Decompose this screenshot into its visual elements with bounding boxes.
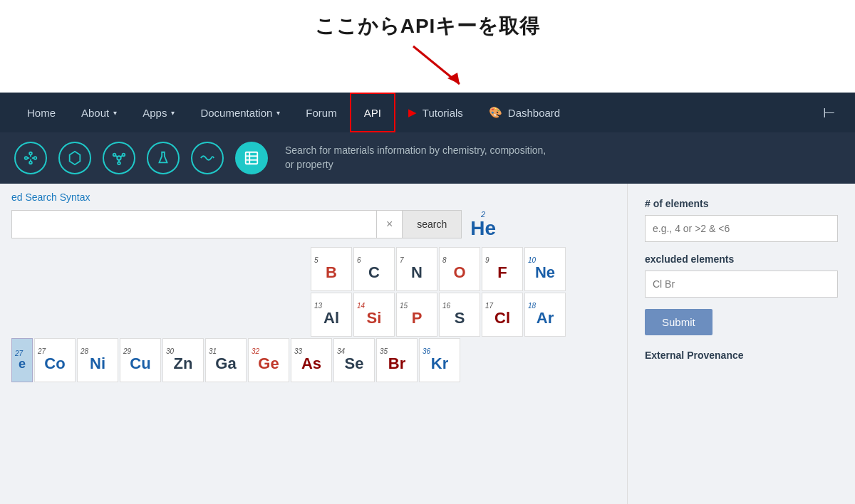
search-input[interactable]	[11, 210, 376, 238]
svg-point-13	[123, 154, 125, 157]
search-syntax-link[interactable]: ed Search Syntax	[11, 191, 90, 203]
element-Kr[interactable]: 36 Kr	[419, 338, 460, 382]
element-Zn[interactable]: 30 Zn	[162, 338, 204, 382]
svg-point-5	[29, 162, 32, 164]
nav-home[interactable]: Home	[14, 93, 68, 132]
nav-tutorials[interactable]: ▶ Tutorials	[395, 93, 476, 132]
element-S[interactable]: 16 S	[439, 293, 480, 337]
navbar: Home About ▾ Apps ▾ Documentation ▾ Foru…	[0, 93, 855, 132]
element-O[interactable]: 8 O	[439, 247, 480, 291]
elements-label: # of elements	[645, 198, 838, 209]
element-Ne[interactable]: 10 Ne	[524, 247, 566, 291]
element-As[interactable]: 33 As	[291, 338, 332, 382]
flask-icon	[155, 150, 171, 166]
element-Al[interactable]: 13 Al	[311, 293, 352, 337]
periodic-table: 5 B 6 C 7 N 8 O	[11, 247, 616, 382]
svg-marker-10	[70, 152, 81, 164]
pt-row-1: 5 B 6 C 7 N 8 O	[11, 247, 616, 291]
svg-point-4	[34, 157, 37, 159]
excluded-label: excluded elements	[645, 253, 838, 265]
clear-button[interactable]: ×	[376, 210, 402, 238]
icon-btn-hexagon[interactable]	[58, 142, 91, 174]
element-Se[interactable]: 34 Se	[333, 338, 375, 382]
icon-btn-graph[interactable]	[14, 142, 47, 174]
docs-dropdown-icon: ▾	[276, 109, 280, 117]
element-Cl[interactable]: 17 Cl	[482, 293, 523, 337]
apps-dropdown-icon: ▾	[171, 109, 175, 117]
nav-apps[interactable]: Apps ▾	[130, 93, 187, 132]
search-description: Search for materials information by chem…	[285, 144, 546, 172]
annotation-area: ここからAPIキーを取得	[0, 0, 855, 93]
submit-button[interactable]: Submit	[645, 309, 712, 335]
graph-icon	[23, 150, 38, 166]
element-N[interactable]: 7 N	[396, 247, 437, 291]
icon-btn-molecule[interactable]	[103, 142, 135, 174]
pt-row-2: 13 Al 14 Si 15 P 16 S	[11, 293, 616, 337]
annotation-arrow-icon	[406, 43, 477, 93]
nav-dashboard[interactable]: 🎨 Dashboard	[476, 93, 573, 132]
svg-rect-18	[246, 152, 258, 164]
search-input-row: × search 2 He	[11, 210, 496, 238]
pt-row-3: 27 e 27 Co 28 Ni 29 Cu	[11, 338, 616, 382]
about-dropdown-icon: ▾	[113, 109, 117, 117]
svg-line-16	[120, 156, 123, 157]
element-Br[interactable]: 35 Br	[376, 338, 418, 382]
element-Cu[interactable]: 29 Cu	[120, 338, 161, 382]
nav-documentation[interactable]: Documentation ▾	[187, 93, 293, 132]
dashboard-icon: 🎨	[489, 106, 502, 119]
video-icon: ▶	[408, 106, 417, 119]
icon-btn-wave[interactable]	[191, 142, 224, 174]
right-panel: # of elements excluded elements Submit E…	[627, 184, 855, 504]
table-icon	[244, 150, 259, 166]
excluded-input[interactable]	[645, 271, 838, 298]
svg-point-14	[118, 162, 120, 165]
element-Ge[interactable]: 32 Ge	[248, 338, 289, 382]
hexagon-icon	[67, 150, 83, 166]
molecule-icon	[111, 150, 127, 166]
nav-about[interactable]: About ▾	[68, 93, 130, 132]
element-Ar[interactable]: 18 Ar	[524, 293, 566, 337]
svg-point-2	[25, 157, 28, 159]
elements-input[interactable]	[645, 215, 838, 242]
periodic-area: ed Search Syntax × search 2 He	[0, 184, 627, 504]
element-Ga[interactable]: 31 Ga	[205, 338, 247, 382]
element-Co[interactable]: 27 Co	[34, 338, 76, 382]
element-Ni[interactable]: 28 Ni	[77, 338, 118, 382]
logout-button[interactable]: ⊢	[817, 104, 841, 121]
element-B[interactable]: 5 B	[311, 247, 352, 291]
icon-btn-flask[interactable]	[147, 142, 180, 174]
wave-icon	[200, 150, 215, 166]
element-P[interactable]: 15 P	[396, 293, 437, 337]
nav-forum[interactable]: Forum	[293, 93, 349, 132]
annotation-text: ここからAPIキーを取得	[0, 13, 855, 40]
element-F[interactable]: 9 F	[482, 247, 523, 291]
svg-point-12	[113, 154, 116, 157]
element-partial[interactable]: 27 e	[11, 338, 33, 382]
svg-line-15	[115, 156, 118, 157]
he-element[interactable]: 2 He	[470, 210, 496, 238]
search-bar-row: Search for materials information by chem…	[0, 132, 855, 184]
nav-api[interactable]: API	[350, 93, 395, 132]
icon-btn-table[interactable]	[235, 142, 268, 174]
ext-prov-label: External Provenance	[645, 350, 838, 361]
main-content: ed Search Syntax × search 2 He	[0, 184, 855, 504]
search-button[interactable]: search	[402, 210, 462, 238]
element-C[interactable]: 6 C	[353, 247, 395, 291]
element-Si[interactable]: 14 Si	[353, 293, 395, 337]
svg-point-3	[29, 152, 32, 155]
